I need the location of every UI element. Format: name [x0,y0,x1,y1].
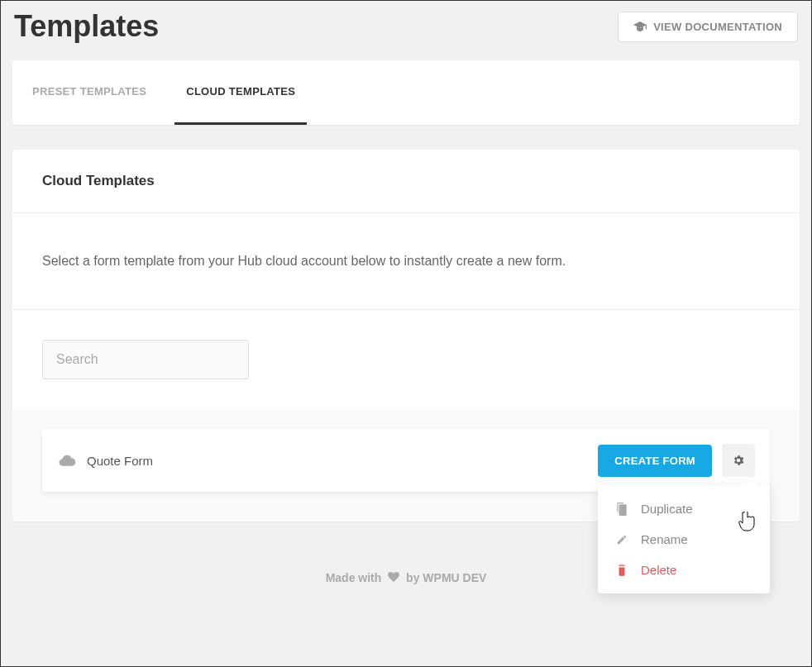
footer-made-with: Made with [326,571,382,584]
tab-preset-templates[interactable]: PRESET TEMPLATES [21,60,158,125]
heart-icon [385,572,403,582]
trash-icon [616,564,628,577]
dropdown-delete[interactable]: Delete [598,555,770,585]
footer-by: by WPMU DEV [406,571,486,584]
cloud-icon [59,455,75,466]
content-card: Cloud Templates Select a form template f… [12,150,800,522]
template-name-container: Quote Form [59,454,598,468]
copy-icon [616,503,628,516]
pencil-icon [616,534,628,546]
dropdown-delete-label: Delete [641,563,676,577]
search-input[interactable] [42,340,249,379]
template-row: Quote Form CREATE FORM Duplicate [42,429,770,492]
section-title: Cloud Templates [12,150,800,213]
view-documentation-label: VIEW DOCUMENTATION [653,21,782,33]
page-title: Templates [14,9,159,44]
dropdown-menu: Duplicate Rename Delete [598,485,770,593]
page-header: Templates VIEW DOCUMENTATION [1,1,811,60]
graduation-cap-icon [633,21,647,31]
tabs-container: PRESET TEMPLATES CLOUD TEMPLATES [12,60,800,125]
tab-cloud-templates[interactable]: CLOUD TEMPLATES [174,60,307,125]
dropdown-duplicate[interactable]: Duplicate [598,493,770,524]
gear-icon [732,454,745,467]
section-description: Select a form template from your Hub clo… [12,213,800,310]
dropdown-rename-label: Rename [641,532,688,546]
dropdown-duplicate-label: Duplicate [641,502,693,516]
dropdown-rename[interactable]: Rename [598,524,770,555]
gear-button[interactable] [722,444,755,477]
template-name-label: Quote Form [87,454,153,468]
templates-list: Quote Form CREATE FORM Duplicate [12,409,800,522]
view-documentation-button[interactable]: VIEW DOCUMENTATION [618,12,798,42]
create-form-button[interactable]: CREATE FORM [598,445,712,477]
search-container [12,310,800,409]
